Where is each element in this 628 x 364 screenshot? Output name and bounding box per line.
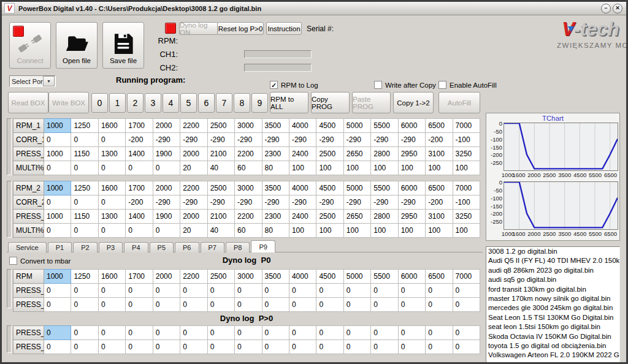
- table-cell[interactable]: 0: [398, 340, 425, 354]
- table-cell[interactable]: 2800: [371, 210, 398, 224]
- table-cell[interactable]: 1250: [71, 270, 98, 284]
- table-cell[interactable]: -200: [426, 195, 453, 210]
- table-cell[interactable]: 6500: [426, 270, 453, 284]
- table-cell[interactable]: 100: [371, 161, 398, 175]
- table-cell[interactable]: 7000: [453, 270, 480, 284]
- table-cell[interactable]: 2950: [398, 210, 425, 224]
- table-cell[interactable]: 1900: [153, 147, 180, 161]
- table-cell[interactable]: 0: [71, 195, 98, 210]
- table-cell[interactable]: 2000: [153, 119, 180, 133]
- table-cell[interactable]: 0: [98, 284, 125, 298]
- table-cell[interactable]: 3500: [262, 181, 289, 195]
- table-cell[interactable]: 2400: [289, 210, 316, 224]
- table-cell[interactable]: 0: [98, 133, 125, 147]
- table-cell[interactable]: 0: [316, 340, 343, 354]
- table-cell[interactable]: 0: [71, 161, 98, 175]
- table-cell[interactable]: 2500: [207, 181, 234, 195]
- table-cell[interactable]: 1900: [153, 210, 180, 224]
- table2-scroll-strip[interactable]: [7, 181, 12, 238]
- table-cell[interactable]: 0: [371, 284, 398, 298]
- tab-p6[interactable]: P6: [175, 242, 199, 252]
- title-bar[interactable]: V PowerBox Digital v1.40 - C:\Users\Prod…: [2, 2, 626, 15]
- table-cell[interactable]: -290: [371, 195, 398, 210]
- tab-p3[interactable]: P3: [99, 242, 123, 252]
- table-cell[interactable]: 1300: [98, 210, 125, 224]
- tab-p1[interactable]: P1: [48, 242, 72, 252]
- table-cell[interactable]: 0: [371, 340, 398, 354]
- table-cell[interactable]: -290: [398, 133, 425, 147]
- table-cell[interactable]: 0: [153, 161, 180, 175]
- table-cell[interactable]: 0: [371, 298, 398, 312]
- table-cell[interactable]: 0: [235, 298, 262, 312]
- table-cell[interactable]: 0: [207, 298, 234, 312]
- table-cell[interactable]: 4000: [289, 119, 316, 133]
- program-6-button[interactable]: 6: [198, 93, 215, 113]
- program-0-button[interactable]: 0: [91, 93, 108, 113]
- table-cell[interactable]: 0: [180, 326, 207, 340]
- table-cell[interactable]: 2100: [207, 210, 234, 224]
- table-cell[interactable]: 80: [262, 161, 289, 175]
- table-cell[interactable]: 1000: [44, 210, 71, 224]
- table-cell[interactable]: 5000: [343, 119, 370, 133]
- table-cell[interactable]: 0: [153, 284, 180, 298]
- table-cell[interactable]: 100: [398, 224, 425, 238]
- table-cell[interactable]: 1700: [126, 270, 153, 284]
- table-cell[interactable]: -290: [153, 133, 180, 147]
- table-cell[interactable]: 2500: [316, 210, 343, 224]
- program-8-button[interactable]: 8: [234, 93, 250, 113]
- save-file-button[interactable]: Save file: [102, 22, 144, 69]
- table-cell[interactable]: 4000: [289, 181, 316, 195]
- table-cell[interactable]: 0: [126, 340, 153, 354]
- dyno-p0-scroll-strip[interactable]: [7, 269, 12, 308]
- table-cell[interactable]: 3100: [426, 210, 453, 224]
- table-cell[interactable]: 1600: [98, 119, 125, 133]
- table-cell[interactable]: 3100: [426, 147, 453, 161]
- table-cell[interactable]: -290: [343, 133, 370, 147]
- table-cell[interactable]: -290: [153, 195, 180, 210]
- table-cell[interactable]: 0: [316, 298, 343, 312]
- table-cell[interactable]: 0: [371, 326, 398, 340]
- table-cell[interactable]: 0: [126, 298, 153, 312]
- table-cell[interactable]: 1700: [126, 181, 153, 195]
- table-cell[interactable]: 20: [180, 224, 207, 238]
- paste-prog-button[interactable]: Paste PROG: [352, 92, 391, 113]
- file-list-item[interactable]: master 170km nowy silnik go digital.bin: [486, 294, 619, 303]
- table-cell[interactable]: 0: [44, 284, 71, 298]
- table-cell[interactable]: 0: [289, 284, 316, 298]
- minimize-button[interactable]: −: [601, 4, 611, 13]
- table-cell[interactable]: 2300: [262, 210, 289, 224]
- table-cell[interactable]: -290: [180, 133, 207, 147]
- table-cell[interactable]: 1400: [126, 147, 153, 161]
- tab-p2[interactable]: P2: [73, 242, 97, 252]
- table-cell[interactable]: 0: [207, 340, 234, 354]
- table-cell[interactable]: 2200: [235, 210, 262, 224]
- table-cell[interactable]: 1300: [98, 147, 125, 161]
- copy-prog-button[interactable]: Copy PROG: [311, 92, 350, 113]
- table-cell[interactable]: 6000: [398, 119, 425, 133]
- table-cell[interactable]: -290: [398, 195, 425, 210]
- table-cell[interactable]: 0: [235, 284, 262, 298]
- table-cell[interactable]: -290: [207, 195, 234, 210]
- table-cell[interactable]: 5500: [371, 181, 398, 195]
- table-cell[interactable]: 0: [44, 298, 71, 312]
- table-cell[interactable]: -290: [235, 195, 262, 210]
- file-list-item[interactable]: Volkswagen Arteon FL 2.0 190KM 2022 Go D…: [486, 351, 619, 360]
- table-cell[interactable]: 60: [235, 224, 262, 238]
- table-cell[interactable]: 0: [71, 133, 98, 147]
- table-cell[interactable]: 0: [453, 340, 480, 354]
- table-cell[interactable]: -290: [207, 133, 234, 147]
- table-cell[interactable]: 0: [316, 284, 343, 298]
- write-after-copy-checkbox[interactable]: Write after Copy: [374, 81, 436, 89]
- table-cell[interactable]: 6000: [398, 270, 425, 284]
- dyno-log-on-button[interactable]: Dyno log ON: [179, 22, 218, 35]
- autofill-button[interactable]: AutoFill: [438, 92, 480, 113]
- table-cell[interactable]: -100: [453, 133, 480, 147]
- table-cell[interactable]: 2200: [180, 181, 207, 195]
- table-cell[interactable]: 0: [98, 298, 125, 312]
- table-cell[interactable]: 40: [207, 161, 234, 175]
- program-2-button[interactable]: 2: [127, 93, 144, 113]
- select-port-dropdown[interactable]: Select Port ▼: [9, 75, 56, 87]
- table-cell[interactable]: 100: [453, 224, 480, 238]
- table-cell[interactable]: 3000: [235, 119, 262, 133]
- rpm-to-log-checkbox[interactable]: ✓RPM to Log: [270, 81, 318, 89]
